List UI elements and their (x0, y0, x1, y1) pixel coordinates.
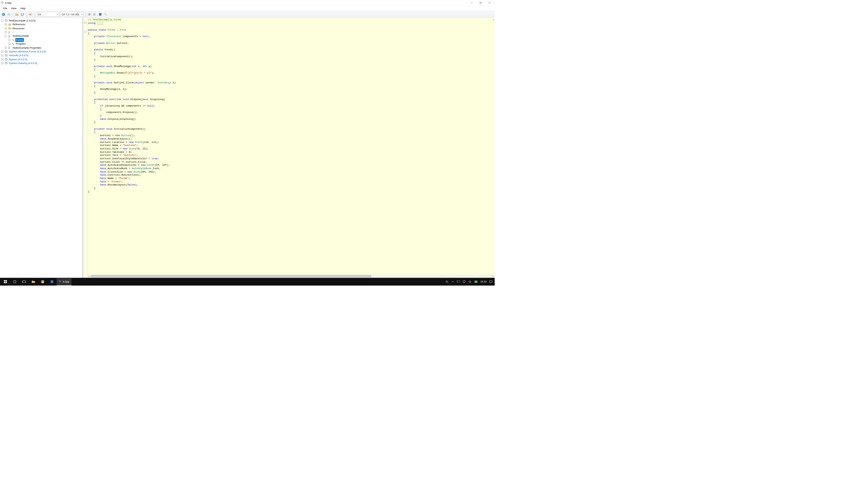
assembly-icon (5, 62, 8, 65)
menu-view[interactable]: View (9, 6, 18, 11)
tree-node-label: System.Drawing (4.0.0.0) (9, 61, 38, 65)
tree-properties[interactable]: + {} TestDecompile.Properties (5, 46, 83, 50)
chevron-down-icon: ▾ (57, 13, 58, 15)
tree-ref-assembly[interactable]: + System.Windows.Forms (4.0.0.0) (1, 50, 82, 53)
tree-node-label: Program (15, 42, 26, 46)
cortana-button[interactable] (10, 278, 19, 286)
chevron-down-icon: ▾ (81, 13, 83, 15)
svg-line-55 (61, 282, 61, 283)
maximize-button[interactable] (476, 0, 485, 6)
expander-icon[interactable]: + (1, 58, 3, 61)
namespace-icon: {} (8, 46, 11, 49)
language-combo[interactable]: C# ▾ (36, 12, 59, 17)
tree-ref-assembly[interactable]: + mscorlib (4.0.0.0) (1, 53, 82, 57)
close-button[interactable] (485, 0, 494, 6)
stop-button[interactable] (98, 12, 103, 17)
tree-references[interactable]: + References (5, 22, 83, 26)
svg-rect-30 (13, 40, 14, 41)
tree-resources[interactable]: + Resources (5, 26, 83, 30)
svg-rect-44 (4, 282, 5, 283)
scroll-right-icon[interactable]: ▸ (492, 275, 495, 278)
network-icon[interactable] (463, 280, 466, 283)
taskbar-active-app[interactable]: ILSpy (56, 278, 72, 286)
expander-icon[interactable]: + (5, 31, 7, 33)
tray-app-icon[interactable] (474, 280, 477, 283)
tree-program[interactable]: + Program (8, 42, 82, 46)
forward-button[interactable] (7, 12, 11, 17)
expander-icon[interactable]: − (1, 19, 3, 22)
fold-icon[interactable]: − (84, 31, 86, 33)
svg-rect-45 (6, 282, 7, 283)
expander-icon[interactable]: + (1, 50, 3, 53)
tree-node-label: Resources (12, 26, 25, 30)
fold-icon[interactable]: + (84, 22, 86, 24)
code-gutter[interactable]: + − (83, 18, 87, 278)
menu-file[interactable]: File (1, 6, 9, 11)
menu-help[interactable]: Help (18, 6, 28, 11)
tree-form1[interactable]: + Form1 (8, 38, 82, 42)
search-button[interactable] (103, 12, 108, 17)
expander-icon[interactable]: − (5, 35, 7, 38)
tree-ref-assembly[interactable]: + System (4.0.0.0) (1, 57, 82, 61)
svg-rect-29 (12, 39, 13, 40)
horizontal-scrollbar[interactable]: ◂ ▸ (87, 275, 495, 278)
start-button[interactable] (1, 278, 10, 286)
tree-dash[interactable]: + {} - (5, 30, 83, 34)
expander-icon[interactable]: + (8, 39, 11, 41)
code-content[interactable]: // TestDecompile.Form1 using ... public … (87, 18, 495, 278)
people-icon[interactable] (446, 280, 449, 283)
tray-chevron-icon[interactable] (451, 280, 454, 283)
tree-node-label: System (4.0.0.0) (9, 57, 28, 61)
expander-icon[interactable]: + (8, 43, 11, 45)
notifications-icon[interactable] (490, 280, 493, 283)
svg-point-57 (447, 281, 448, 282)
svg-point-0 (1, 2, 3, 3)
taskbar-app-label: ILSpy (63, 280, 69, 283)
scroll-left-icon[interactable]: ◂ (87, 275, 91, 278)
sort-button[interactable]: AZ (92, 12, 97, 17)
chrome-button[interactable] (38, 278, 47, 286)
svg-rect-31 (12, 43, 13, 44)
expander-icon[interactable]: + (5, 23, 7, 25)
window-titlebar: ILSpy (0, 0, 495, 6)
svg-line-19 (88, 15, 88, 15)
assembly-icon (5, 50, 8, 53)
assembly-icon (5, 58, 8, 61)
expander-icon[interactable]: + (5, 27, 7, 30)
refresh-button[interactable] (20, 12, 25, 17)
svg-text:Z: Z (95, 15, 95, 16)
explorer-button[interactable] (29, 278, 38, 286)
svg-rect-53 (51, 280, 53, 283)
open-button[interactable] (15, 12, 19, 17)
expander-icon[interactable]: + (1, 62, 3, 64)
taskbar-clock[interactable]: 15:22 (480, 280, 487, 283)
back-button[interactable] (1, 12, 6, 17)
volume-icon[interactable] (469, 280, 472, 283)
version-combo[interactable]: C# 7.2 / VS 201 ▾ (60, 12, 84, 17)
scroll-up-icon[interactable]: ▴ (493, 18, 494, 20)
svg-point-11 (89, 14, 90, 15)
svg-point-23 (105, 13, 106, 15)
version-combo-value: C# 7.2 / VS 201 (62, 13, 79, 16)
assembly-icon[interactable] (28, 12, 33, 17)
tree-namespace[interactable]: − {} TestDecompile (5, 34, 83, 38)
toolbar-separator (26, 12, 26, 17)
tree-root[interactable]: − TestDecompile (1.0.0.0) (1, 19, 82, 22)
code-viewer[interactable]: ▴ + − // TestDecompile.Form1 using ... p… (83, 18, 495, 278)
scrollbar-thumb[interactable] (90, 275, 371, 277)
expander-icon[interactable]: + (5, 47, 7, 49)
taskview-button[interactable] (19, 278, 29, 286)
svg-point-56 (446, 281, 447, 282)
svg-rect-48 (22, 281, 23, 282)
svg-rect-58 (457, 280, 460, 283)
tree-ref-assembly[interactable]: + System.Drawing (4.0.0.0) (1, 61, 82, 65)
input-icon[interactable] (457, 280, 460, 283)
svg-rect-32 (13, 44, 14, 45)
tree-node-label: References (12, 22, 26, 26)
settings-button[interactable] (87, 12, 92, 17)
assembly-tree-panel[interactable]: − TestDecompile (1.0.0.0) + References + (0, 18, 83, 278)
svg-rect-42 (4, 280, 5, 281)
expander-icon[interactable]: + (1, 54, 3, 57)
minimize-button[interactable] (467, 0, 476, 6)
pinned-app-button[interactable] (47, 278, 56, 286)
